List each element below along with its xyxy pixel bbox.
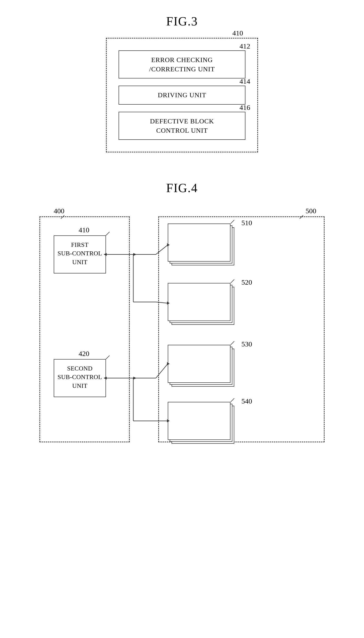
mem-page-front [168, 223, 230, 261]
fig4-title: FIG.4 [166, 181, 198, 195]
ref-416: 416 [240, 103, 250, 112]
ref-414: 414 [240, 77, 250, 85]
unit-box-416-text: DEFECTIVE BLOCKCONTROL UNIT [126, 117, 238, 135]
ref-fig4-510: 510 [242, 219, 252, 227]
page: FIG.3 410 412 ERROR CHECKING/CORRECTING … [0, 0, 364, 638]
mem-pages-530 [168, 345, 234, 388]
fig3-section: FIG.3 410 412 ERROR CHECKING/CORRECTING … [106, 14, 258, 152]
ref-fig4-500: 500 [306, 207, 316, 215]
fig4-section: FIG.4 400 500 410 420 510 520 530 540 FI… [40, 181, 324, 466]
unit-box-412: ERROR CHECKING/CORRECTING UNIT [118, 50, 246, 79]
mem-stack-520 [168, 283, 234, 326]
first-sub-control-text: FIRSTSUB-CONTROLUNIT [56, 241, 103, 266]
second-sub-control-unit: SECONDSUB-CONTROLUNIT [54, 359, 106, 397]
ref-fig4-540: 540 [242, 397, 252, 405]
mem-pages-540 [168, 402, 234, 445]
ref-fig4-410: 410 [79, 226, 89, 234]
mem-page-front [168, 402, 230, 440]
unit-box-414: DRIVING UNIT [118, 86, 246, 104]
first-sub-control-unit: FIRSTSUB-CONTROLUNIT [54, 235, 106, 273]
ref-412: 412 [240, 42, 250, 50]
svg-marker-3 [133, 253, 136, 256]
unit-box-414-text: DRIVING UNIT [126, 90, 238, 100]
ref-410: 410 [232, 29, 243, 37]
ref-fig4-530: 530 [242, 340, 252, 348]
mem-pages-520 [168, 283, 234, 326]
mem-pages-510 [168, 223, 234, 266]
svg-marker-13 [133, 377, 136, 380]
unit-box-412-text: ERROR CHECKING/CORRECTING UNIT [126, 55, 238, 74]
unit-box-416: DEFECTIVE BLOCKCONTROL UNIT [118, 112, 246, 140]
mem-stack-510 [168, 223, 234, 266]
fig4-container: 400 500 410 420 510 520 530 540 FIRSTSUB… [40, 204, 324, 466]
mem-stack-530 [168, 345, 234, 388]
second-sub-control-text: SECONDSUB-CONTROLUNIT [56, 364, 103, 390]
fig3-title: FIG.3 [166, 14, 198, 28]
ref-fig4-520: 520 [242, 278, 252, 286]
ref-fig4-400: 400 [54, 207, 64, 215]
fig3-outer-box: 410 412 ERROR CHECKING/CORRECTING UNIT 4… [106, 38, 258, 152]
ref-fig4-420: 420 [79, 350, 89, 358]
mem-stack-540 [168, 402, 234, 445]
mem-page-front [168, 283, 230, 321]
mem-page-front [168, 345, 230, 383]
